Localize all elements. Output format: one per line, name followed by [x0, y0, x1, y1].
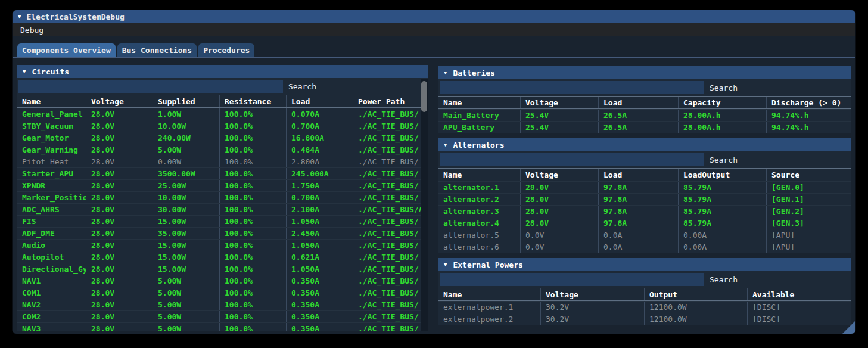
column-header-voltage[interactable]: Voltage [521, 169, 599, 181]
column-header-name[interactable]: Name [438, 97, 521, 108]
table-cell: 2.450A [287, 228, 353, 239]
collapse-arrow-icon[interactable]: ▼ [444, 262, 447, 268]
table-row[interactable]: Autopilot28.0V15.00W100.0%0.621A./AC_TIE… [17, 251, 428, 263]
table-row[interactable]: APU_Battery25.4V26.5A28.00A.h94.74%.h [438, 121, 851, 133]
table-cell: alternator.6 [438, 241, 521, 253]
table-cell: 28.0V [521, 194, 599, 205]
table-cell: 1.00W [153, 108, 220, 120]
table-row[interactable]: Gear_Warning28.0V5.00W100.0%0.484A./AC_T… [17, 144, 428, 156]
scrollbar[interactable] [421, 79, 428, 331]
table-row[interactable]: externalpower.130.2V12100.0W[DISC] [438, 301, 851, 313]
external-powers-search-input[interactable] [440, 273, 704, 286]
table-row[interactable]: NAV128.0V5.00W100.0%0.350A./AC_TIE_BUS/ [17, 275, 428, 287]
collapse-arrow-icon[interactable]: ▼ [23, 69, 26, 74]
column-header-output[interactable]: Output [645, 288, 748, 300]
collapse-arrow-icon[interactable]: ▼ [444, 142, 447, 148]
table-header-row: NameVoltageSuppliedResistanceLoadPower P… [17, 95, 428, 108]
column-header-name[interactable]: Name [17, 95, 86, 107]
column-header-source[interactable]: Source [767, 169, 851, 181]
alternators-search-input[interactable] [440, 153, 704, 166]
column-header-voltage[interactable]: Voltage [521, 97, 599, 108]
table-cell: 100.0% [220, 228, 287, 239]
circuits-table: NameVoltageSuppliedResistanceLoadPower P… [17, 95, 428, 331]
table-cell: 100.0% [220, 156, 287, 167]
menu-item-debug[interactable]: Debug [18, 26, 46, 35]
batteries-search-input[interactable] [440, 81, 704, 94]
table-cell: 28.0V [521, 218, 599, 229]
column-header-load[interactable]: Load [599, 169, 679, 181]
column-header-power-path[interactable]: Power Path [353, 95, 428, 107]
alternators-panel-header[interactable]: ▼ Alternators [438, 138, 851, 151]
tab-procedures[interactable]: Procedures [198, 44, 254, 57]
table-cell: 0.350A [287, 299, 353, 310]
column-header-voltage[interactable]: Voltage [541, 288, 645, 300]
tab-bus-connections[interactable]: Bus Connections [117, 44, 197, 57]
table-row[interactable]: alternator.228.0V97.8A85.79A[GEN.1] [438, 193, 851, 205]
table-cell: 240.00W [153, 132, 220, 144]
table-row[interactable]: Directional_Gyr28.0V15.00W100.0%1.050A./… [17, 263, 428, 275]
table-cell: ./AC_TIE_BUS/ [353, 240, 428, 251]
table-row[interactable]: STBY_Vacuum28.0V10.00W100.0%0.700A./AC_T… [17, 120, 428, 132]
circuits-panel-header[interactable]: ▼ Circuits [17, 65, 428, 78]
table-header-row: NameVoltageOutputAvailable [438, 288, 851, 301]
table-row[interactable]: alternator.328.0V97.8A85.79A[GEN.2] [438, 205, 851, 217]
table-row[interactable]: Starter_APU28.0V3500.00W100.0%245.000A./… [17, 167, 428, 179]
table-cell: 5.00W [153, 323, 220, 331]
external-powers-panel-header[interactable]: ▼ External Powers [438, 258, 851, 271]
batteries-panel-header[interactable]: ▼ Batteries [438, 66, 851, 79]
column-header-load[interactable]: Load [599, 97, 679, 108]
table-row[interactable]: alternator.50.0V0.0A0.00A[APU] [438, 229, 851, 241]
window-title: ElectricalSystemDebug [26, 13, 124, 21]
table-row[interactable]: ADF_DME28.0V35.00W100.0%2.450A./AC_TIE_B… [17, 227, 428, 239]
table-row[interactable]: ADC_AHRS28.0V30.00W100.0%2.100A./AC_TIE_… [17, 203, 428, 215]
scrollbar-thumb[interactable] [421, 81, 427, 112]
table-row[interactable]: alternator.428.0V97.8A85.79A[GEN.3] [438, 217, 851, 229]
table-row[interactable]: Audio28.0V15.00W100.0%1.050A./AC_TIE_BUS… [17, 239, 428, 251]
table-row[interactable]: COM128.0V5.00W100.0%0.350A./AC_TIE_BUS/ [17, 287, 428, 299]
table-cell: 28.00A.h [679, 122, 767, 133]
table-row[interactable]: Marker_Position28.0V10.00W100.0%0.700A./… [17, 191, 428, 203]
table-row[interactable]: Pitot_Heat28.0V0.00W100.0%2.800A./AC_TIE… [17, 156, 428, 167]
table-cell: 100.0% [220, 263, 287, 275]
table-row[interactable]: NAV228.0V5.00W100.0%0.350A./AC_TIE_BUS/ [17, 299, 428, 310]
table-cell: 5.00W [153, 299, 220, 310]
table-row[interactable]: Gear_Motor28.0V240.00W100.0%16.800A./AC_… [17, 132, 428, 144]
table-row[interactable]: FIS28.0V15.00W100.0%1.050A./AC_TIE_BUS/ [17, 215, 428, 227]
panel-alternators: ▼ Alternators Search NameVoltageLoadLoad… [438, 138, 851, 253]
table-cell: ./AC_TIE_BUS/ [353, 216, 428, 227]
column-header-load[interactable]: Load [287, 95, 353, 107]
table-row[interactable]: externalpower.230.2V12100.0W[DISC] [438, 313, 851, 325]
window-titlebar[interactable]: ▼ ElectricalSystemDebug [13, 10, 855, 23]
table-cell: 35.00W [153, 228, 220, 239]
table-row[interactable]: NAV328.0V5.00W100.0%0.350A./AC_TIE_BUS/ [17, 322, 428, 331]
tab-components-overview[interactable]: Components Overview [17, 44, 116, 57]
column-header-available[interactable]: Available [748, 288, 851, 300]
column-header-supplied[interactable]: Supplied [153, 95, 220, 107]
table-row[interactable]: XPNDR28.0V25.00W100.0%1.750A./AC_TIE_BUS… [17, 179, 428, 191]
table-cell: 100.0% [220, 144, 287, 156]
menu-bar: Debug [13, 23, 855, 36]
collapse-arrow-icon[interactable]: ▼ [18, 14, 21, 20]
right-column: ▼ Batteries Search NameVoltageLoadCapaci… [438, 66, 851, 331]
table-cell: ./AC_TIE_BUS/ [353, 263, 428, 275]
table-cell: 0.00A [679, 241, 767, 253]
table-row[interactable]: COM228.0V5.00W100.0%0.350A./AC_TIE_BUS/ [17, 310, 428, 322]
column-header-resistance[interactable]: Resistance [220, 95, 287, 107]
table-row[interactable]: Main_Battery25.4V26.5A28.00A.h94.74%.h [438, 109, 851, 121]
table-cell: 28.00A.h [679, 110, 767, 121]
table-cell: 15.00W [153, 216, 220, 227]
table-cell: Autopilot [17, 251, 86, 263]
column-header-name[interactable]: Name [438, 169, 521, 181]
column-header-loadoutput[interactable]: LoadOutput [679, 169, 767, 181]
column-header-name[interactable]: Name [438, 288, 541, 300]
alternators-search-row: Search [438, 151, 851, 168]
collapse-arrow-icon[interactable]: ▼ [444, 70, 447, 76]
column-header-discharge-0-[interactable]: Discharge (> 0) [767, 97, 851, 108]
table-cell: 28.0V [86, 120, 153, 132]
column-header-capacity[interactable]: Capacity [679, 97, 767, 108]
table-row[interactable]: alternator.60.0V0.0A0.00A[APU] [438, 241, 851, 253]
circuits-search-input[interactable] [18, 80, 283, 93]
table-row[interactable]: alternator.128.0V97.8A85.79A[GEN.0] [438, 181, 851, 193]
column-header-voltage[interactable]: Voltage [86, 95, 153, 107]
table-row[interactable]: General_Panel28.0V1.00W100.0%0.070A./AC_… [17, 108, 428, 120]
